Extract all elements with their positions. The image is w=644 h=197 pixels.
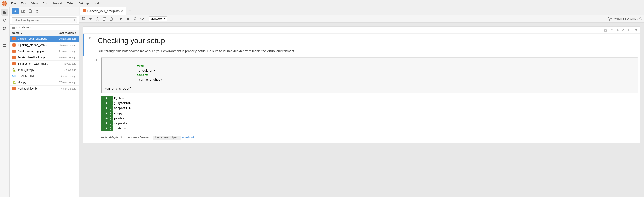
- md-cell: ▼ Checking your setup Run through this n…: [84, 34, 640, 56]
- file-icon: [12, 87, 16, 91]
- svg-point-17: [73, 19, 75, 21]
- notebook-content: ▼ Checking your setup Run through this n…: [79, 23, 644, 197]
- file-icon: 🐍: [12, 68, 16, 72]
- svg-point-24: [96, 19, 97, 20]
- add-cell-btn[interactable]: [88, 16, 94, 22]
- cell-heading: Checking your setup: [98, 36, 636, 46]
- svg-point-25: [98, 19, 99, 20]
- cut-btn[interactable]: [94, 16, 100, 22]
- note-link[interactable]: notebook: [182, 136, 194, 139]
- code-text-2: run_env_check: [137, 78, 162, 81]
- menu-view[interactable]: View: [29, 1, 40, 6]
- collapse-icon[interactable]: ▼: [88, 36, 91, 40]
- icon-sidebar: [0, 7, 10, 197]
- list-item[interactable]: 0-check_your_env.ipynb29 minutes ago: [10, 36, 78, 42]
- file-name: utils.py: [18, 81, 51, 84]
- file-name: 4-hands_on_data_anal...: [18, 62, 51, 65]
- breadcrumb: / notebooks /: [10, 25, 78, 31]
- cell-add-above-icon[interactable]: [621, 28, 626, 33]
- nb-settings-icon[interactable]: [607, 16, 612, 22]
- svg-rect-42: [628, 29, 631, 30]
- upload-file-icon[interactable]: [28, 9, 33, 14]
- output-text: pandas: [114, 116, 124, 121]
- menu-edit[interactable]: Edit: [19, 1, 28, 6]
- cell-paragraph: Run through this notebook to make sure y…: [98, 49, 636, 54]
- menu-settings[interactable]: Settings: [76, 1, 92, 6]
- list-item[interactable]: M↓README.md4 months ago: [10, 73, 78, 79]
- cell-move-up-icon[interactable]: [609, 28, 614, 33]
- breadcrumb-folder-icon: [12, 26, 15, 29]
- copy-btn[interactable]: [102, 16, 108, 22]
- md-cell-wrapper: ▼ Checking your setup Run through this n…: [83, 34, 640, 56]
- menu-tabs[interactable]: Tabs: [65, 1, 76, 6]
- svg-point-34: [609, 18, 610, 19]
- file-name: 3-data_visualization.ip...: [18, 56, 51, 59]
- sort-arrow-icon: ▲: [20, 32, 23, 34]
- file-list-header: Name ▲ Last Modified: [10, 31, 78, 36]
- nb-toolbar: Markdown ▾ Python 3 (ipykernel): [79, 15, 644, 23]
- search-sidebar-btn[interactable]: [2, 17, 8, 24]
- col-name-header[interactable]: Name ▲: [12, 31, 49, 35]
- file-modified: 29 minutes ago: [51, 37, 76, 40]
- output-line: [ OK ]pandas: [101, 116, 638, 121]
- cell-merge-icon[interactable]: [627, 28, 632, 33]
- file-modified: 21 minutes ago: [51, 50, 76, 53]
- cell-type-dropdown[interactable]: Markdown ▾: [149, 16, 167, 21]
- new-button[interactable]: +: [12, 8, 19, 14]
- output-line: [ OK ]Python: [101, 96, 638, 101]
- svg-rect-10: [4, 44, 4, 45]
- folder-sidebar-btn[interactable]: [2, 9, 8, 16]
- git-sidebar-btn[interactable]: [2, 25, 8, 32]
- menu-kernel[interactable]: Kernel: [51, 1, 64, 6]
- menu-bar: File Edit View Run Kernel Tabs Settings …: [0, 0, 644, 7]
- paste-btn[interactable]: [108, 16, 114, 22]
- stop-btn[interactable]: [125, 16, 131, 22]
- svg-line-26: [96, 17, 98, 19]
- svg-rect-20: [83, 17, 84, 19]
- search-bar: [10, 16, 78, 25]
- cell-move-down-icon[interactable]: [615, 28, 620, 33]
- ok-badge: [ OK ]: [101, 101, 113, 106]
- menu-file[interactable]: File: [9, 1, 18, 6]
- upload-folder-icon[interactable]: [20, 9, 26, 14]
- restart-run-btn[interactable]: [139, 16, 145, 22]
- output-line: [ OK ]requests: [101, 121, 638, 126]
- keyword-import: import: [137, 73, 148, 77]
- svg-line-3: [6, 21, 6, 22]
- code-line-2: run_env_check(): [105, 87, 635, 91]
- output-line: [ OK ]matplotlib: [101, 106, 638, 111]
- list-item[interactable]: 2-data_wrangling.ipynb21 minutes ago: [10, 48, 78, 54]
- list-item[interactable]: 1-getting_started_with...25 minutes ago: [10, 42, 78, 48]
- code-input[interactable]: from check_env import run_env_check run_…: [101, 57, 638, 93]
- svg-rect-44: [635, 29, 636, 31]
- run-btn[interactable]: [118, 16, 124, 22]
- tab-notebook[interactable]: 0-check_your_env.ipynb ✕: [80, 7, 126, 15]
- file-icon: [12, 55, 16, 60]
- refresh-icon[interactable]: [34, 9, 40, 14]
- list-item[interactable]: 🐍utils.py37 minutes ago: [10, 79, 78, 86]
- save-btn[interactable]: [81, 16, 87, 22]
- restart-btn[interactable]: [132, 16, 138, 22]
- file-icon: [12, 43, 16, 47]
- list-item[interactable]: 4-hands_on_data_anal...a year ago: [10, 61, 78, 67]
- cell-copy-icon[interactable]: [603, 28, 608, 33]
- tab-add-btn[interactable]: +: [127, 7, 133, 15]
- ok-badge: [ OK ]: [101, 106, 113, 111]
- list-item[interactable]: 🐍check_env.py3 days ago: [10, 67, 78, 73]
- markdown-cell-content: ▼ Checking your setup Run through this n…: [84, 34, 640, 56]
- menu-run[interactable]: Run: [40, 1, 50, 6]
- search-input[interactable]: [12, 17, 77, 23]
- menu-help[interactable]: Help: [92, 1, 103, 6]
- svg-rect-12: [4, 46, 4, 47]
- output-text: numpy: [114, 111, 122, 116]
- file-icon: [12, 62, 16, 66]
- file-icon: 🐍: [12, 80, 16, 84]
- cell-delete-icon[interactable]: [633, 28, 638, 33]
- list-item[interactable]: workbook.ipynb4 months ago: [10, 86, 78, 92]
- search-icon[interactable]: [72, 19, 75, 22]
- extension-sidebar-btn[interactable]: [2, 42, 8, 49]
- list-item[interactable]: 3-data_visualization.ip...18 minutes ago: [10, 54, 78, 61]
- tab-close-icon[interactable]: ✕: [121, 9, 123, 13]
- toc-sidebar-btn[interactable]: [2, 34, 8, 41]
- ok-badge: [ OK ]: [101, 126, 113, 131]
